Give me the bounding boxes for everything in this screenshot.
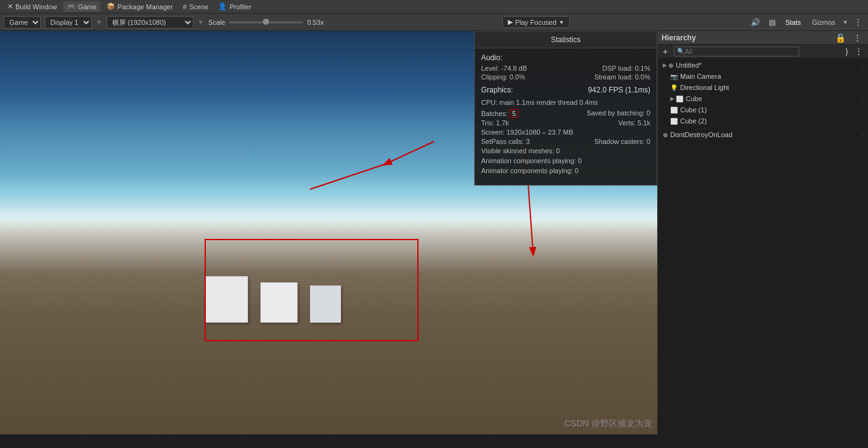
search-icon: 🔍 [677, 48, 684, 55]
scale-value: 0.53x [307, 19, 324, 26]
dontdestroy-more[interactable]: ⋮ [859, 132, 866, 138]
hierarchy-item-cube[interactable]: ▶ ⬜ Cube ⋮ [658, 93, 868, 104]
stats-graphics-label: Graphics: [481, 86, 513, 94]
cube2-label: Cube (2) [680, 117, 866, 125]
hierarchy-items: ▶ ⊕ Untitled* ⋮ 📷 Main Camera 💡 Directio… [658, 58, 868, 434]
camera-icon: 📷 [670, 73, 678, 80]
gizmos-button[interactable]: Gizmos [808, 17, 839, 27]
play-dropdown-icon: ▼ [559, 19, 564, 25]
menu-game[interactable]: 🎮 Game [63, 1, 100, 12]
hierarchy-item-main-camera[interactable]: 📷 Main Camera [658, 71, 868, 82]
stats-verts: Verts: 5.1k [618, 119, 650, 127]
game-icon: 🎮 [67, 2, 76, 11]
cube1-icon: ⬜ [670, 107, 678, 114]
stats-fps: 942.0 FPS (1.1ms) [588, 86, 650, 97]
stats-clipping: Clipping: 0.0% [481, 73, 525, 81]
play-icon: ▶ [508, 18, 513, 26]
play-focused-label: Play Focused [515, 19, 557, 26]
hierarchy-item-cube1[interactable]: ⬜ Cube (1) [658, 104, 868, 115]
scale-thumb[interactable] [263, 19, 269, 25]
stats-animator-row: Animator components playing: 0 [481, 166, 650, 175]
scale-label: Scale [208, 19, 226, 26]
stats-panel: Statistics Audio: Level: -74.8 dB DSP lo… [474, 31, 657, 186]
stats-cpu: CPU: main 1.1ms render thread 0.4ms [481, 99, 598, 106]
hierarchy-search[interactable]: 🔍 [674, 47, 799, 56]
cube-icon: ⬜ [676, 96, 683, 102]
main-layout: Statistics Audio: Level: -74.8 dB DSP lo… [0, 31, 868, 434]
stats-setpass: SetPass calls: 3 [481, 138, 529, 145]
hierarchy-more-button[interactable]: ⋮ [851, 32, 864, 44]
stats-tris: Tris: 1.7k [481, 119, 509, 127]
cube1-label: Cube (1) [680, 106, 866, 114]
hierarchy-item-directional-light[interactable]: 💡 Directional Light [658, 82, 868, 93]
more-options-button[interactable]: ⋮ [852, 17, 864, 28]
stats-audio-row2: Clipping: 0.0% Stream load: 0.0% [481, 73, 650, 81]
hierarchy-collapse-button[interactable]: ⋮ [852, 45, 866, 58]
stats-graphics-header: Graphics: 942.0 FPS (1.1ms) [481, 86, 650, 97]
resolution-select[interactable]: 横屏 (1920x1080) [107, 16, 193, 29]
stats-level: Level: -74.8 dB [481, 65, 527, 72]
scale-slider[interactable] [229, 21, 303, 24]
hierarchy-expand-button[interactable]: ⟩ [843, 45, 851, 58]
untitled-label: Untitled* [676, 61, 859, 69]
menu-profiler[interactable]: 👤 Profiler [215, 1, 255, 12]
menu-scene[interactable]: # Scene [179, 2, 212, 12]
menu-package-manager[interactable]: 📦 Package Manager [103, 1, 177, 12]
hierarchy-search-input[interactable] [684, 48, 796, 55]
stats-cpu-row: CPU: main 1.1ms render thread 0.4ms [481, 98, 650, 107]
stats-audio-row1: Level: -74.8 dB DSP load: 0.1% [481, 65, 650, 72]
stats-button[interactable]: Stats [782, 17, 805, 27]
menu-bar: ✕ Build Window 🎮 Game 📦 Package Manager … [0, 0, 868, 14]
untitled-icon: ⊕ [668, 62, 673, 69]
cube2-icon: ⬜ [670, 118, 678, 125]
stats-tris-row: Tris: 1.7k Verts: 5.1k [481, 119, 650, 127]
gizmos-arrow[interactable]: ▼ [843, 19, 848, 25]
stats-batches-row: Batches: 5 Saved by batching: 0 [481, 109, 650, 118]
stats-title: Statistics [475, 32, 657, 48]
hierarchy-item-dontdestroy[interactable]: ⊕ DontDestroyOnLoad ⋮ [658, 129, 868, 140]
cube-1 [205, 276, 248, 323]
stats-batches-text: Batches: [481, 110, 508, 117]
stats-screen-row: Screen: 1920x1080 – 23.7 MB [481, 128, 650, 137]
stats-graphics-section: Graphics: 942.0 FPS (1.1ms) CPU: main 1.… [481, 86, 650, 175]
stats-saved: Saved by batching: 0 [587, 109, 650, 118]
stats-batches-value: 5 [510, 109, 518, 118]
hierarchy-title: Hierarchy [662, 34, 830, 42]
display-select[interactable]: Display 1 [45, 16, 92, 29]
hierarchy-header: Hierarchy 🔒 ⋮ [658, 31, 868, 45]
stats-batches-label: Batches: 5 [481, 109, 518, 118]
cube-2 [260, 282, 298, 323]
stats-animator: Animator components playing: 0 [481, 167, 578, 174]
cube-more[interactable]: ⋮ [859, 96, 866, 102]
hierarchy-item-untitled[interactable]: ▶ ⊕ Untitled* ⋮ [658, 60, 868, 71]
hierarchy-add-button[interactable]: + [660, 45, 670, 58]
stats-body: Audio: Level: -74.8 dB DSP load: 0.1% Cl… [475, 48, 657, 185]
build-window-icon: ✕ [7, 2, 13, 11]
untitled-arrow: ▶ [663, 62, 667, 68]
camera-label: Main Camera [680, 73, 866, 80]
hierarchy-lock-button[interactable]: 🔒 [833, 32, 848, 44]
stats-setpass-row: SetPass calls: 3 Shadow casters: 0 [481, 138, 650, 145]
play-focused-button[interactable]: ▶ Play Focused ▼ [502, 16, 570, 28]
untitled-more[interactable]: ⋮ [859, 62, 866, 69]
watermark: CSDN @野区捕龙为宠 [564, 418, 652, 429]
hierarchy-item-cube2[interactable]: ⬜ Cube (2) [658, 115, 868, 127]
menu-profiler-label: Profiler [229, 3, 251, 11]
game-select[interactable]: Game [4, 16, 41, 29]
aspect-button[interactable]: ▤ [766, 17, 778, 28]
stats-audio-section: Audio: Level: -74.8 dB DSP load: 0.1% Cl… [481, 53, 650, 81]
hierarchy-toolbar: + 🔍 ⟩ ⋮ [658, 45, 868, 58]
menu-build-window-label: Build Window [16, 3, 57, 11]
stats-stream: Stream load: 0.0% [595, 73, 651, 81]
menu-build-window[interactable]: ✕ Build Window [4, 1, 61, 12]
stats-screen: Screen: 1920x1080 – 23.7 MB [481, 128, 574, 136]
mute-button[interactable]: 🔊 [748, 17, 763, 28]
stats-skinned-row: Visible skinned meshes: 0 [481, 146, 650, 155]
dontdestroy-icon: ⊕ [663, 132, 668, 138]
cube-3 [310, 285, 341, 323]
light-icon: 💡 [670, 84, 678, 91]
dontdestroy-label: DontDestroyOnLoad [670, 131, 859, 138]
menu-game-label: Game [78, 3, 97, 11]
stats-dsp: DSP load: 0.1% [603, 65, 650, 72]
stats-animation-row: Animation components playing: 0 [481, 156, 650, 165]
